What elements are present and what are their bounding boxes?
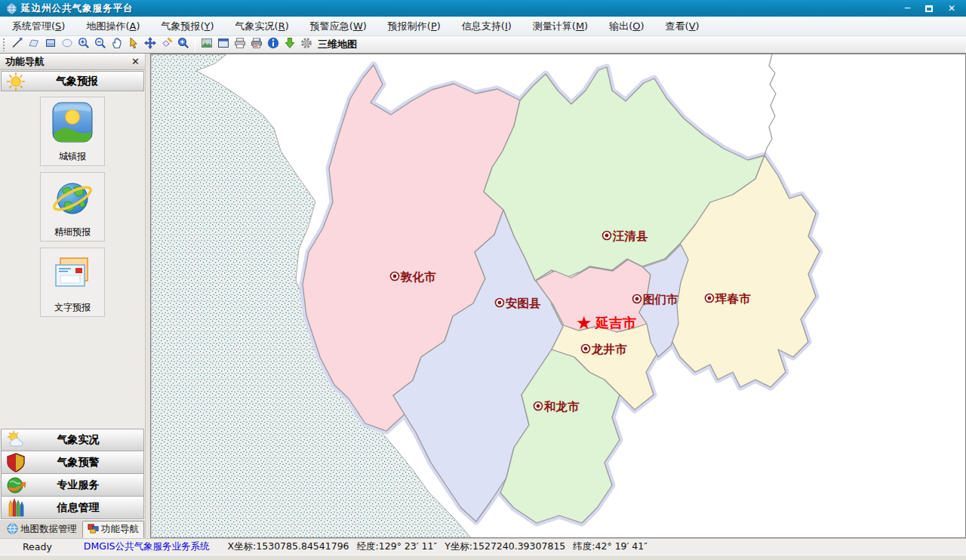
app-globe-icon xyxy=(6,3,17,14)
sidebar-tab-bar: 地图数据管理功能导航 xyxy=(0,519,145,538)
section-row-0[interactable]: 气象实况 xyxy=(1,429,144,451)
panel-header: 功能导航 ✕ xyxy=(0,54,145,70)
toolbar-polygon-tool[interactable] xyxy=(26,37,42,53)
menu-item-o[interactable]: 输出(O) xyxy=(601,17,651,35)
window-view-icon xyxy=(217,36,230,53)
toolbar-move-tool[interactable] xyxy=(142,37,158,53)
menu-item-p[interactable]: 预报制作(P) xyxy=(380,17,448,35)
status-ready: Ready xyxy=(23,541,52,552)
sidebar-tab-label: 功能导航 xyxy=(101,523,139,536)
function-navigation-panel: 功能导航 ✕ 气象预报 城镇报精细预报文字预报 气象实况气象预警专业服务信息管理… xyxy=(0,54,146,538)
status-latitude: 纬度:42° 19′ 41″ xyxy=(573,540,648,553)
svg-text:珲春市: 珲春市 xyxy=(715,292,751,306)
sun-cloud-icon xyxy=(5,429,26,451)
minimize-button[interactable]: ─ xyxy=(905,4,910,13)
svg-text:延吉市: 延吉市 xyxy=(594,315,636,331)
svg-text:图们市: 图们市 xyxy=(643,293,678,306)
section-row-1[interactable]: 气象预警 xyxy=(1,451,144,474)
window-title: 延边州公共气象服务平台 xyxy=(21,2,134,15)
menu-item-w[interactable]: 预警应急(W) xyxy=(303,17,374,35)
forecast-button-1[interactable]: 精细预报 xyxy=(40,172,105,242)
info-icon xyxy=(266,36,280,53)
svg-text:安图县: 安图县 xyxy=(506,297,541,310)
svg-text:和龙市: 和龙市 xyxy=(543,400,580,414)
pencils-icon xyxy=(5,497,26,518)
windows-tab-icon xyxy=(88,523,99,537)
toolbar-rectangle-tool[interactable] xyxy=(42,37,59,53)
menu-item-m[interactable]: 测量计算(M) xyxy=(525,17,595,35)
status-y-coordinate: Y坐标:1527240.39307815 xyxy=(445,540,565,553)
menu-item-a[interactable]: 地图操作(A) xyxy=(78,17,147,35)
menu-bar: 系统管理(S)地图操作(A)气象预报(Y)气象实况(R)预警应急(W)预报制作(… xyxy=(0,17,966,36)
toolbar-window-view[interactable] xyxy=(215,37,232,53)
forecast-button-2[interactable]: 文字预报 xyxy=(40,248,105,317)
section-label: 气象预报 xyxy=(26,75,128,88)
close-button[interactable]: ✕ xyxy=(948,4,955,13)
toolbar-print[interactable] xyxy=(232,37,248,53)
map-svg: 汪清县敦化市安图县图们市珲春市★延吉市龙井市和龙市 xyxy=(151,54,966,538)
image-export-icon xyxy=(200,36,214,53)
toolbar-grip[interactable] xyxy=(2,38,6,51)
status-system-name: DMGIS公共气象服务业务系统 xyxy=(84,540,210,553)
status-longitude: 经度:129° 23′ 11″ xyxy=(357,540,438,553)
forecast-buttons-area: 城镇报精细预报文字预报 xyxy=(0,91,145,429)
toolbar-brush-tool[interactable] xyxy=(158,37,175,53)
toolbar-zoom-out[interactable] xyxy=(92,37,109,53)
globe-tab-icon xyxy=(7,523,18,537)
forecast-button-0[interactable]: 城镇报 xyxy=(40,97,105,166)
section-weather-forecast[interactable]: 气象预报 xyxy=(1,71,144,91)
capital-star-icon: ★ xyxy=(576,312,592,334)
polygon-tool-icon xyxy=(27,36,41,53)
toolbar-zoom-in[interactable] xyxy=(75,37,92,53)
svg-text:汪清县: 汪清县 xyxy=(612,229,648,243)
sidebar-tab-label: 地图数据管理 xyxy=(20,523,77,536)
panel-title: 功能导航 xyxy=(5,55,45,69)
line-tool-icon xyxy=(11,36,24,53)
window-bottom-edge xyxy=(0,555,966,560)
menu-item-v[interactable]: 查看(V) xyxy=(658,17,707,35)
text-forecast-icon xyxy=(51,252,94,297)
map-label-yanji: ★延吉市 xyxy=(576,312,636,334)
section-row-2[interactable]: 专业服务 xyxy=(1,474,144,497)
menu-item-i[interactable]: 信息支持(I) xyxy=(454,17,519,35)
zoom-out-icon xyxy=(94,36,107,53)
pan-hand-icon xyxy=(110,36,124,53)
status-bar: Ready DMGIS公共气象服务业务系统 X坐标:1530785.845417… xyxy=(0,538,966,555)
status-x-coordinate: X坐标:1530785.84541796 xyxy=(228,540,349,553)
toolbar: 三维地图 xyxy=(0,36,966,54)
toolbar-settings-gear[interactable] xyxy=(298,37,315,53)
toolbar-info[interactable] xyxy=(265,37,281,53)
map-canvas[interactable]: 汪清县敦化市安图县图们市珲春市★延吉市龙井市和龙市 xyxy=(150,54,966,538)
forecast-button-label: 文字预报 xyxy=(54,301,91,314)
toolbar-download-arrow[interactable] xyxy=(281,37,298,53)
toolbar-image-export[interactable] xyxy=(198,37,215,53)
toolbar-3d-map-label[interactable]: 三维地图 xyxy=(318,38,357,51)
toolbar-pan-hand[interactable] xyxy=(109,37,125,53)
toolbar-ellipse-tool[interactable] xyxy=(59,37,75,53)
globe-arrow-icon xyxy=(5,475,26,496)
svg-text:龙井市: 龙井市 xyxy=(591,343,627,356)
sidebar-tab-1[interactable]: 功能导航 xyxy=(82,521,144,538)
forecast-button-label: 城镇报 xyxy=(59,150,86,163)
panel-close-icon[interactable]: ✕ xyxy=(131,56,140,67)
menu-item-s[interactable]: 系统管理(S) xyxy=(5,17,72,35)
svg-text:敦化市: 敦化市 xyxy=(400,270,436,284)
ellipse-tool-icon xyxy=(60,36,74,53)
toolbar-zoom-extent[interactable] xyxy=(175,37,192,53)
toolbar-select-arrow[interactable] xyxy=(125,37,142,53)
maximize-button[interactable] xyxy=(925,5,933,12)
download-arrow-icon xyxy=(283,36,297,53)
zoom-extent-icon xyxy=(177,36,190,53)
rectangle-tool-icon xyxy=(44,36,57,53)
menu-item-r[interactable]: 气象实况(R) xyxy=(228,17,297,35)
shield-icon xyxy=(5,452,26,473)
toolbar-print-color[interactable] xyxy=(248,37,265,53)
menu-item-y[interactable]: 气象预报(Y) xyxy=(153,17,221,35)
section-row-3[interactable]: 信息管理 xyxy=(1,497,144,519)
section-row-label: 专业服务 xyxy=(26,478,130,492)
toolbar-line-tool[interactable] xyxy=(9,37,26,53)
toolbar-separator xyxy=(195,38,195,51)
sidebar-tab-0[interactable]: 地图数据管理 xyxy=(2,521,82,538)
section-row-label: 气象实况 xyxy=(26,433,130,447)
fine-forecast-icon xyxy=(51,177,94,222)
